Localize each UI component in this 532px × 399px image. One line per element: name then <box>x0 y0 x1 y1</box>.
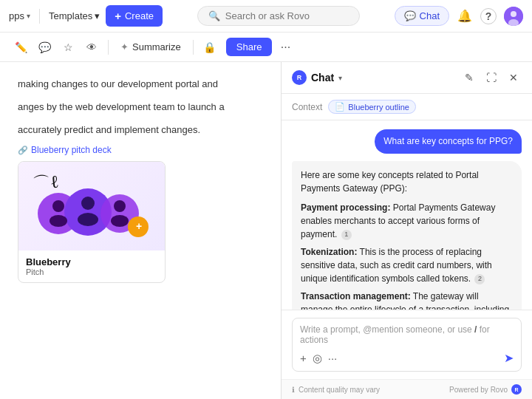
chat-header-right: ✎ ⛶ ✕ <box>461 69 522 86</box>
pitch-card: ⌒ℓ + <box>18 161 166 283</box>
link-icon: 🔗 <box>18 146 28 155</box>
svg-point-9 <box>50 215 67 227</box>
slash-icon: / <box>474 324 480 335</box>
context-chip-label: Blueberry outline <box>348 103 409 112</box>
ai-concept-1: Payment processing: Portal Payments Gate… <box>301 201 513 241</box>
chat-button[interactable]: 💬 Chat <box>395 6 449 26</box>
chat-panel: R Chat ▾ ✎ ⛶ ✕ Context 📄 Blueberry outli… <box>281 62 532 399</box>
lock-icon[interactable]: 🔒 <box>200 37 220 58</box>
rovo-logo-icon: R <box>292 70 307 85</box>
ai-message: Here are some key concepts related to Po… <box>292 161 522 310</box>
pitch-card-footer: Blueberry Pitch <box>18 250 165 282</box>
pitch-card-image: ⌒ℓ + <box>18 162 165 250</box>
pitch-card-title: Blueberry <box>26 256 157 267</box>
share-button[interactable]: Share <box>226 38 273 56</box>
navbar-center: 🔍 <box>163 6 395 26</box>
svg-point-10 <box>81 197 95 210</box>
context-chip-icon: 📄 <box>335 102 345 112</box>
svg-point-11 <box>78 213 98 226</box>
plus-icon: + <box>115 10 121 22</box>
chat-header-left: R Chat ▾ <box>292 70 342 85</box>
chat-input-actions: + ◎ ··· ➤ <box>300 351 514 365</box>
chat-label: Chat <box>420 10 440 21</box>
context-label: Context <box>292 102 322 112</box>
chat-input-left-actions: + ◎ ··· <box>300 352 337 365</box>
navbar-right: 💬 Chat 🔔 ? <box>395 6 523 26</box>
summarize-button[interactable]: ✦ Summarize <box>115 38 187 55</box>
chat-input-box[interactable]: Write a prompt, @mention someone, or use… <box>292 318 522 372</box>
svg-point-8 <box>52 200 64 212</box>
chat-footer: ℹ Content quality may vary Powered by Ro… <box>282 379 532 399</box>
apps-label: pps <box>9 10 24 21</box>
summarize-label: Summarize <box>132 41 181 52</box>
ai-concept-3: Transaction management: The gateway will… <box>301 290 513 310</box>
apps-chevron-icon: ▾ <box>27 12 30 20</box>
user-message: What are key concepts for PPG? <box>292 129 522 154</box>
more-options-icon[interactable]: ··· <box>275 37 296 58</box>
comment-icon[interactable]: 💬 <box>34 37 55 58</box>
share-label: Share <box>236 41 262 52</box>
close-icon[interactable]: ✕ <box>505 69 522 86</box>
svg-text:+: + <box>136 220 142 232</box>
document-toolbar: ✏️ 💬 ☆ 👁 ✦ Summarize 🔒 Share ··· <box>0 33 532 62</box>
chat-dropdown-icon[interactable]: ▾ <box>338 74 342 82</box>
document-panel: making changes to our development portal… <box>0 62 281 399</box>
new-chat-icon[interactable]: ✎ <box>461 69 477 86</box>
doc-paragraph-2: anges by the web development team to lau… <box>18 100 263 115</box>
doc-paragraph-3: accurately predict and implement changes… <box>18 123 263 138</box>
ai-concept-2: Tokenization: This is the process of rep… <box>301 245 513 285</box>
pitch-card-subtitle: Pitch <box>26 267 157 276</box>
bell-icon[interactable]: 🔔 <box>457 8 473 24</box>
emoji-icon[interactable]: ◎ <box>313 352 322 365</box>
concept1-title: Payment processing: <box>301 202 390 213</box>
user-bubble: What are key concepts for PPG? <box>375 129 522 154</box>
ai-intro: Here are some key concepts related to Po… <box>301 168 513 195</box>
avatar-image <box>504 7 523 26</box>
toolbar-separator-2 <box>193 40 194 55</box>
templates-label: Templates <box>49 10 92 21</box>
blueberry-illustration: ⌒ℓ + <box>33 169 151 243</box>
ref-2: 2 <box>474 274 485 284</box>
view-icon[interactable]: 👁 <box>81 37 102 58</box>
ref-1: 1 <box>341 230 352 240</box>
expand-icon[interactable]: ⛶ <box>483 69 499 86</box>
quality-label: Content quality may vary <box>299 386 380 394</box>
chat-input-area: Write a prompt, @mention someone, or use… <box>282 310 532 379</box>
search-input[interactable] <box>225 10 344 21</box>
chat-header: R Chat ▾ ✎ ⛶ ✕ <box>282 62 532 94</box>
star-icon[interactable]: ☆ <box>58 37 78 58</box>
context-bar: Context 📄 Blueberry outline <box>282 94 532 120</box>
templates-menu[interactable]: Templates ▾ <box>49 10 100 21</box>
apps-menu[interactable]: pps ▾ <box>9 10 30 21</box>
info-icon: ℹ <box>292 386 295 394</box>
context-chip[interactable]: 📄 Blueberry outline <box>328 100 416 114</box>
templates-chevron-icon: ▾ <box>95 10 100 21</box>
search-bar[interactable]: 🔍 <box>197 6 360 26</box>
edit-icon[interactable]: ✏️ <box>10 37 31 58</box>
navbar-left: pps ▾ Templates ▾ + Create <box>9 5 163 27</box>
main-content: making changes to our development portal… <box>0 62 532 399</box>
document-text: making changes to our development portal… <box>18 77 263 137</box>
create-button[interactable]: + Create <box>106 5 163 27</box>
add-action-icon[interactable]: + <box>300 352 307 364</box>
pitch-deck-label: Blueberry pitch deck <box>31 145 112 155</box>
more-actions-icon[interactable]: ··· <box>328 352 338 364</box>
chat-messages: What are key concepts for PPG? Here are … <box>282 120 532 310</box>
sparkle-icon: ✦ <box>120 41 129 52</box>
search-icon: 🔍 <box>208 10 220 21</box>
send-button[interactable]: ➤ <box>504 351 514 365</box>
help-icon[interactable]: ? <box>480 8 497 24</box>
footer-quality: ℹ Content quality may vary <box>292 386 380 394</box>
ai-bubble: Here are some key concepts related to Po… <box>292 161 522 310</box>
navbar: pps ▾ Templates ▾ + Create 🔍 💬 Chat 🔔 ? <box>0 0 532 33</box>
signature: ⌒ℓ <box>32 170 60 196</box>
create-label: Create <box>125 10 154 21</box>
concept3-title: Transaction management: <box>301 291 411 301</box>
chat-input-placeholder: Write a prompt, @mention someone, or use… <box>300 324 514 345</box>
powered-label: Powered by Rovo <box>449 386 508 394</box>
toolbar-separator <box>108 40 109 55</box>
footer-powered: Powered by Rovo R <box>449 384 522 395</box>
navbar-divider <box>39 9 40 24</box>
avatar[interactable] <box>504 7 523 26</box>
pitch-deck-link[interactable]: 🔗 Blueberry pitch deck <box>18 145 263 155</box>
